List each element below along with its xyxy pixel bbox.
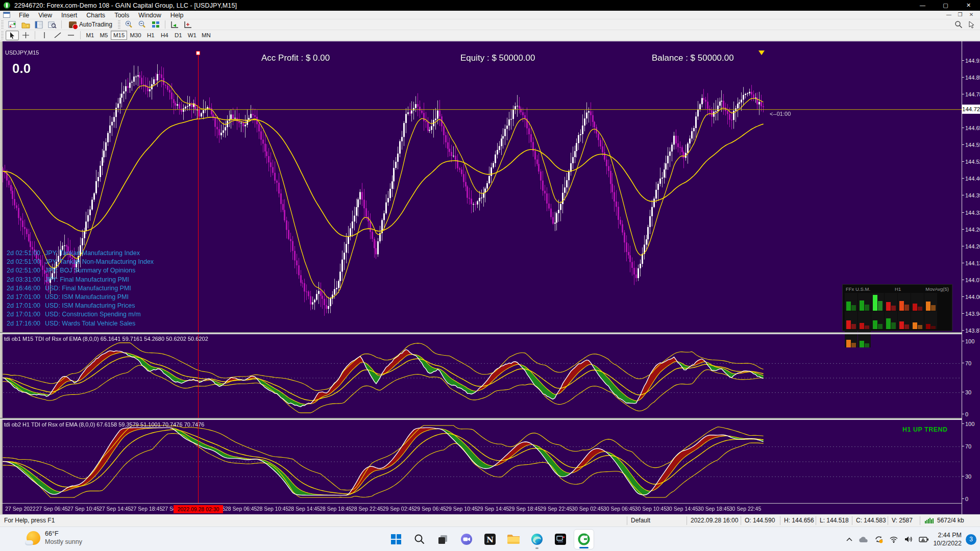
- metatrader-app-button[interactable]: [574, 529, 594, 549]
- menu-item-view[interactable]: View: [34, 11, 57, 19]
- new-chart-icon: [8, 21, 17, 29]
- toolbar-grip[interactable]: [1, 20, 4, 29]
- time-axis-label: 28 Sep 22:45: [351, 506, 383, 512]
- time-axis-label: 29 Sep 10:45: [446, 506, 477, 512]
- market-watch-button[interactable]: [32, 20, 45, 30]
- menu-item-help[interactable]: Help: [166, 11, 188, 19]
- add-indicator-button[interactable]: [181, 20, 194, 30]
- time-axis[interactable]: 27 Sep 202227 Sep 06:4527 Sep 10:4527 Se…: [0, 503, 962, 515]
- menu-item-insert[interactable]: Insert: [57, 11, 82, 19]
- cursor-pointer-icon[interactable]: [968, 20, 976, 29]
- sync-icon[interactable]: [874, 535, 884, 543]
- notion-app-button[interactable]: N: [480, 529, 500, 549]
- chat-app-button[interactable]: [456, 529, 477, 549]
- chat-video-icon: [460, 533, 473, 545]
- timeframe-button-mn[interactable]: MN: [199, 31, 213, 40]
- time-axis-label: 28 Sep 10:45: [257, 506, 288, 512]
- timeframe-button-w1[interactable]: W1: [185, 31, 199, 40]
- news-event-time: 2d 02:51:00: [7, 249, 45, 258]
- traffic-value: 5672/4 kb: [937, 517, 964, 524]
- ffx-bar: [891, 322, 896, 329]
- news-event-title: USD: ISM Manufacturing PMI: [45, 293, 129, 300]
- strategy-tester-button[interactable]: [168, 20, 181, 30]
- indicator-scale-label: 70: [965, 443, 971, 450]
- trendline-tool-button[interactable]: [51, 31, 64, 40]
- horizontal-line-tool-button[interactable]: [64, 31, 78, 40]
- menu-item-tools[interactable]: Tools: [110, 11, 134, 19]
- price-tick-label: 144.655: [965, 124, 980, 132]
- close-button[interactable]: ✕: [957, 0, 980, 11]
- price-tick-label: 144.460: [965, 175, 980, 182]
- file-explorer-button[interactable]: [503, 529, 524, 549]
- ffx-bar: [860, 341, 864, 347]
- mdi-minimize-button[interactable]: —: [943, 11, 954, 19]
- menu-item-file[interactable]: File: [14, 11, 34, 19]
- timeframe-button-m1[interactable]: M1: [83, 31, 97, 40]
- battery-alert-icon[interactable]: [919, 536, 929, 543]
- toolbar-separator: [35, 31, 35, 39]
- ffx-bar: [846, 320, 851, 329]
- timeframe-button-m5[interactable]: M5: [97, 31, 111, 40]
- mdi-restore-button[interactable]: ❐: [954, 11, 966, 19]
- toolbar-grip[interactable]: [118, 20, 120, 29]
- toolbar-grip[interactable]: [1, 31, 4, 39]
- edge-browser-button[interactable]: [527, 529, 547, 549]
- maximize-button[interactable]: ▢: [934, 0, 957, 11]
- search-icon[interactable]: [954, 20, 963, 29]
- ffx-bar: [865, 305, 869, 311]
- timeframe-button-m30[interactable]: M30: [127, 31, 143, 40]
- timeframe-button-h4[interactable]: H4: [158, 31, 172, 40]
- timeframe-button-m15[interactable]: M15: [111, 31, 127, 40]
- volume-icon[interactable]: [904, 536, 913, 543]
- cursor-tool-button[interactable]: [6, 31, 19, 40]
- news-event-time: 2d 02:51:00: [7, 266, 45, 275]
- ffx-strength-cell: [924, 293, 937, 311]
- new-chart-button[interactable]: [6, 20, 19, 30]
- ffx-bar: [873, 320, 877, 329]
- tile-windows-button[interactable]: [149, 20, 162, 30]
- wifi-icon[interactable]: [889, 536, 898, 543]
- taskbar-clock[interactable]: 2:44 PM 10/2/2022: [933, 531, 962, 547]
- news-event-time: 2d 17:01:00: [7, 302, 45, 310]
- vertical-line-tool-button[interactable]: [38, 31, 51, 40]
- status-profile[interactable]: Default: [631, 517, 650, 524]
- minimize-button[interactable]: —: [911, 0, 934, 11]
- weather-widget[interactable]: 66°F Mostly sunny: [27, 530, 82, 546]
- profiles-button[interactable]: [19, 20, 32, 30]
- window-separator[interactable]: [0, 418, 980, 420]
- taskbar-search-button[interactable]: [409, 529, 430, 549]
- h1-trend-label: H1 UP TREND: [902, 426, 948, 433]
- window-separator[interactable]: [0, 332, 980, 334]
- file-explorer-icon: [507, 534, 520, 545]
- menu-item-charts[interactable]: Charts: [82, 11, 110, 19]
- zoom-in-button[interactable]: [122, 20, 136, 30]
- screen-recorder-button[interactable]: [550, 529, 571, 549]
- onedrive-cloud-icon[interactable]: [859, 536, 869, 543]
- status-volume: V: 2587: [892, 517, 913, 524]
- crosshair-line-handle[interactable]: [196, 51, 200, 55]
- balance-label: Balance : $ 50000.00: [652, 53, 734, 63]
- task-view-button[interactable]: [433, 529, 453, 549]
- timeframe-button-h1[interactable]: H1: [144, 31, 158, 40]
- zoom-out-button[interactable]: [136, 20, 149, 30]
- mdi-close-button[interactable]: ✕: [966, 11, 977, 19]
- news-event-time: 2d 03:31:00: [7, 276, 45, 284]
- window-title: 22946720: Forex.com-Demo 108 - GAIN Capi…: [14, 2, 237, 9]
- chart-shift-marker[interactable]: [758, 51, 765, 55]
- ffx-strength-cell: [898, 293, 911, 311]
- crosshair-tool-button[interactable]: [19, 31, 32, 40]
- time-axis-label: 30 Sep 02:45: [572, 506, 603, 512]
- crosshair-vertical-line[interactable]: [198, 53, 199, 503]
- menu-item-window[interactable]: Window: [134, 11, 165, 19]
- trendline-icon: [54, 32, 62, 39]
- autotrading-button[interactable]: AutoTrading: [64, 20, 117, 30]
- notification-badge[interactable]: 3: [966, 534, 976, 545]
- start-button[interactable]: [386, 529, 406, 549]
- ffx-strength-cell: [871, 293, 884, 311]
- data-window-button[interactable]: [45, 20, 59, 30]
- time-axis-label: 29 Sep 22:45: [540, 506, 572, 512]
- timeframe-button-d1[interactable]: D1: [172, 31, 185, 40]
- hidden-icons-chevron[interactable]: [846, 537, 853, 542]
- price-axis[interactable]: 144.728 144.915144.850144.785144.720144.…: [962, 41, 980, 515]
- price-tick-label: 144.590: [965, 141, 980, 148]
